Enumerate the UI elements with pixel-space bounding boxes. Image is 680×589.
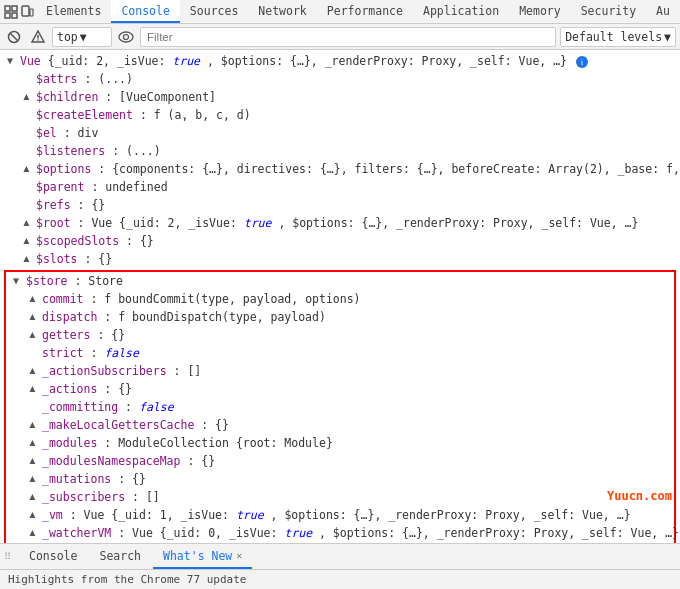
listeners-line[interactable]: $listeners : (...) bbox=[0, 142, 680, 160]
bottom-status-bar: Highlights from the Chrome 77 update bbox=[0, 569, 680, 589]
svg-point-12 bbox=[124, 34, 129, 39]
bottom-status-text: Highlights from the Chrome 77 update bbox=[8, 573, 246, 586]
expand-arrow[interactable]: ▶ bbox=[24, 311, 40, 323]
tab-performance[interactable]: Performance bbox=[317, 0, 413, 23]
drag-handle: ⠿ bbox=[4, 551, 11, 562]
expand-arrow[interactable]: ▶ bbox=[24, 437, 40, 449]
svg-line-7 bbox=[11, 33, 18, 40]
svg-rect-3 bbox=[12, 13, 17, 18]
expand-arrow[interactable]: ▶ bbox=[18, 217, 34, 229]
clear-console-icon[interactable] bbox=[4, 27, 24, 47]
subscribers-line[interactable]: ▶ _subscribers : [] bbox=[6, 488, 674, 506]
expand-arrow[interactable]: ▶ bbox=[24, 455, 40, 467]
expand-arrow[interactable]: ▶ bbox=[24, 329, 40, 341]
svg-rect-1 bbox=[12, 6, 17, 11]
expand-arrow[interactable]: ▶ bbox=[18, 235, 34, 247]
refs-line[interactable]: $refs : {} bbox=[0, 196, 680, 214]
mutations-line[interactable]: ▶ _mutations : {} bbox=[6, 470, 674, 488]
strict-line[interactable]: strict : false bbox=[6, 344, 674, 362]
modules-line[interactable]: ▶ _modules : ModuleCollection {root: Mod… bbox=[6, 434, 674, 452]
main-content-area: ▼ Vue {_uid: 2, _isVue: true , $options:… bbox=[0, 50, 680, 543]
tab-memory[interactable]: Memory bbox=[509, 0, 571, 23]
attrs-line[interactable]: $attrs : (...) bbox=[0, 70, 680, 88]
expand-arrow[interactable]: ▶ bbox=[18, 91, 34, 103]
tab-elements[interactable]: Elements bbox=[36, 0, 111, 23]
bottom-tab-console-label: Console bbox=[29, 549, 77, 563]
svg-rect-2 bbox=[5, 13, 10, 18]
expand-arrow[interactable]: ▶ bbox=[24, 527, 40, 539]
bottom-tab-search[interactable]: Search bbox=[89, 544, 151, 569]
filter-input[interactable] bbox=[140, 27, 556, 47]
bottom-tab-search-label: Search bbox=[99, 549, 141, 563]
tab-sources[interactable]: Sources bbox=[180, 0, 248, 23]
bottom-tab-whats-new-label: What's New bbox=[163, 549, 232, 563]
tab-network[interactable]: Network bbox=[248, 0, 316, 23]
bottom-tabs-bar: ⠿ Console Search What's New ✕ bbox=[0, 543, 680, 569]
stop-on-exception-icon[interactable] bbox=[28, 27, 48, 47]
context-label: top bbox=[57, 30, 78, 44]
vue-root-line[interactable]: ▼ Vue {_uid: 2, _isVue: true , $options:… bbox=[0, 52, 680, 70]
levels-label: Default levels bbox=[565, 30, 662, 44]
wrappedgetters-line[interactable]: ▶ _wrappedGetters : {} bbox=[6, 542, 674, 543]
console-toolbar: top ▼ Default levels ▼ bbox=[0, 24, 680, 50]
root-line[interactable]: ▶ $root : Vue {_uid: 2, _isVue: true , $… bbox=[0, 214, 680, 232]
expand-arrow[interactable]: ▶ bbox=[24, 473, 40, 485]
actionsubscribers-line[interactable]: ▶ _actionSubscribers : [] bbox=[6, 362, 674, 380]
expand-arrow[interactable]: ▼ bbox=[10, 273, 22, 289]
tab-console[interactable]: Console bbox=[111, 0, 179, 23]
actions-line[interactable]: ▶ _actions : {} bbox=[6, 380, 674, 398]
console-output: ▼ Vue {_uid: 2, _isVue: true , $options:… bbox=[0, 50, 680, 543]
modulesnamespacemap-line[interactable]: ▶ _modulesNamespaceMap : {} bbox=[6, 452, 674, 470]
levels-dropdown-arrow: ▼ bbox=[664, 30, 671, 44]
svg-rect-5 bbox=[30, 9, 33, 16]
vm-line[interactable]: ▶ _vm : Vue {_uid: 1, _isVue: true , $op… bbox=[6, 506, 674, 524]
tab-application[interactable]: Application bbox=[413, 0, 509, 23]
expand-arrow[interactable]: ▶ bbox=[24, 293, 40, 305]
parent-line[interactable]: $parent : undefined bbox=[0, 178, 680, 196]
svg-point-10 bbox=[37, 39, 39, 41]
inspect-icon[interactable] bbox=[4, 2, 18, 22]
el-line[interactable]: $el : div bbox=[0, 124, 680, 142]
log-levels-selector[interactable]: Default levels ▼ bbox=[560, 27, 676, 47]
devtools-tabs-bar: Elements Console Sources Network Perform… bbox=[0, 0, 680, 24]
children-line[interactable]: ▶ $children : [VueComponent] bbox=[0, 88, 680, 106]
bottom-tab-whats-new[interactable]: What's New ✕ bbox=[153, 544, 252, 569]
expand-arrow[interactable]: ▶ bbox=[18, 253, 34, 265]
tab-au[interactable]: Au bbox=[646, 0, 680, 23]
expand-arrow[interactable]: ▶ bbox=[18, 163, 34, 175]
store-section: ▼ $store : Store ▶ commit : f boundCommi… bbox=[4, 270, 676, 543]
info-icon[interactable]: i bbox=[576, 56, 588, 68]
expand-arrow[interactable]: ▼ bbox=[4, 53, 16, 69]
makelocalgettercache-line[interactable]: ▶ _makeLocalGettersCache : {} bbox=[6, 416, 674, 434]
getters-line[interactable]: ▶ getters : {} bbox=[6, 326, 674, 344]
scopedslots-line[interactable]: ▶ $scopedSlots : {} bbox=[0, 232, 680, 250]
device-toggle-icon[interactable] bbox=[20, 2, 34, 22]
context-selector[interactable]: top ▼ bbox=[52, 27, 112, 47]
expand-arrow[interactable]: ▶ bbox=[24, 491, 40, 503]
svg-rect-0 bbox=[5, 6, 10, 11]
close-whats-new-icon[interactable]: ✕ bbox=[236, 550, 242, 561]
expand-arrow[interactable]: ▶ bbox=[24, 419, 40, 431]
svg-rect-4 bbox=[22, 6, 29, 16]
expand-arrow[interactable]: ▶ bbox=[24, 383, 40, 395]
context-dropdown-arrow: ▼ bbox=[80, 30, 87, 44]
slots-line[interactable]: ▶ $slots : {} bbox=[0, 250, 680, 268]
dispatch-line[interactable]: ▶ dispatch : f boundDispatch(type, paylo… bbox=[6, 308, 674, 326]
options-line[interactable]: ▶ $options : {components: {…}, directive… bbox=[0, 160, 680, 178]
watermark: Yuucn.com bbox=[607, 489, 672, 503]
svg-point-11 bbox=[119, 32, 133, 42]
expand-arrow[interactable]: ▶ bbox=[24, 365, 40, 377]
expand-arrow[interactable]: ▶ bbox=[24, 509, 40, 521]
watchervm-line[interactable]: ▶ _watcherVM : Vue {_uid: 0, _isVue: tru… bbox=[6, 524, 674, 542]
tab-security[interactable]: Security bbox=[571, 0, 646, 23]
committing-line[interactable]: _committing : false bbox=[6, 398, 674, 416]
createelement-line[interactable]: $createElement : f (a, b, c, d) bbox=[0, 106, 680, 124]
bottom-tab-console[interactable]: Console bbox=[19, 544, 87, 569]
show-eye-icon[interactable] bbox=[116, 27, 136, 47]
store-root-line[interactable]: ▼ $store : Store bbox=[6, 272, 674, 290]
commit-line[interactable]: ▶ commit : f boundCommit(type, payload, … bbox=[6, 290, 674, 308]
